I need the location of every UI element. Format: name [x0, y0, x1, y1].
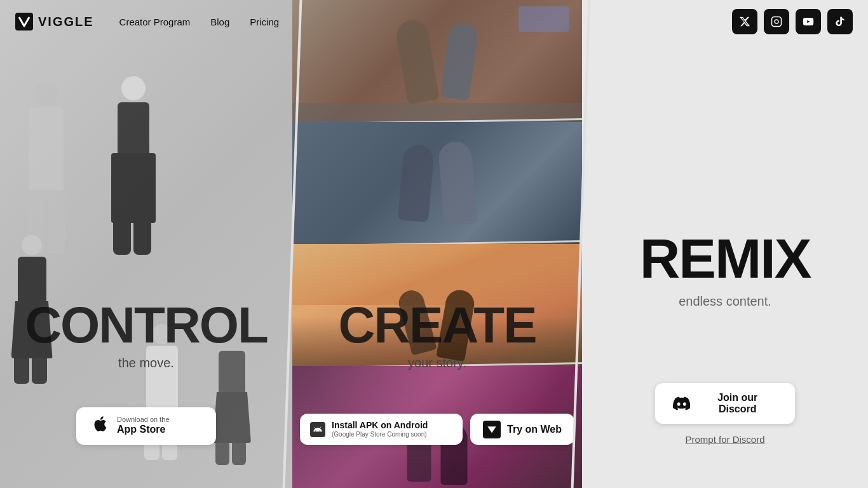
figure-female-1 — [98, 76, 168, 254]
viggle-logo-icon — [15, 13, 33, 30]
nav-creator-program[interactable]: Creator Program — [119, 17, 191, 27]
figure-female-2 — [3, 235, 60, 381]
figure-male-1 — [16, 83, 76, 254]
control-column: CONTROL the move. Download on the App St… — [0, 0, 292, 488]
main-nav: Creator Program Blog Pricing — [119, 17, 732, 27]
left-cta-buttons: Download on the App Store — [0, 407, 292, 445]
logo-text: VIGGLE — [38, 15, 94, 29]
social-icons — [732, 9, 853, 34]
viggle-v-icon — [483, 421, 501, 438]
android-label-main: Install APK on Android — [332, 420, 428, 431]
remix-heading: REMIX — [640, 231, 811, 287]
android-button[interactable]: Install APK on Android (Google Play Stor… — [300, 414, 463, 445]
discord-button[interactable]: Join our Discord — [655, 383, 795, 424]
android-icon — [310, 422, 325, 437]
svg-rect-1 — [772, 17, 782, 27]
logo[interactable]: VIGGLE — [15, 13, 94, 30]
try-on-web-label: Try on Web — [507, 424, 562, 435]
remix-content: REMIX endless content. — [640, 231, 811, 309]
discord-icon — [673, 395, 690, 412]
youtube-icon[interactable] — [796, 9, 821, 34]
app-store-button[interactable]: Download on the App Store — [76, 407, 216, 445]
app-store-text: Download on the App Store — [117, 416, 170, 435]
prompt-for-discord-link[interactable]: Prompt for Discord — [685, 434, 764, 445]
main-columns: CONTROL the move. Download on the App St… — [0, 0, 868, 488]
panel-inner-2 — [292, 122, 582, 244]
mid-cta-buttons: Install APK on Android (Google Play Stor… — [292, 414, 582, 445]
remix-subheading: endless content. — [679, 294, 771, 309]
svg-rect-0 — [15, 13, 33, 30]
panel-inner-3 — [292, 244, 582, 366]
android-text: Install APK on Android (Google Play Stor… — [332, 420, 428, 438]
discord-label: Join our Discord — [698, 392, 777, 415]
create-column: CREATE your story. Install APK on Androi… — [292, 0, 582, 488]
tiktok-icon[interactable] — [827, 9, 853, 34]
nav-pricing[interactable]: Pricing — [250, 17, 279, 27]
instagram-icon[interactable] — [764, 9, 789, 34]
try-on-web-button[interactable]: Try on Web — [470, 414, 574, 445]
twitter-icon[interactable] — [732, 9, 757, 34]
app-store-label-big: App Store — [117, 423, 165, 435]
header: VIGGLE Creator Program Blog Pricing — [0, 0, 868, 43]
video-panel-3 — [292, 244, 582, 366]
android-label-sub: (Google Play Store Coming soon) — [332, 431, 427, 438]
app-store-label-small: Download on the — [117, 416, 170, 423]
apple-icon — [92, 415, 109, 437]
right-cta-buttons: Join our Discord Prompt for Discord — [582, 383, 868, 445]
remix-column: REMIX endless content. Join our Discord … — [582, 0, 868, 488]
nav-blog[interactable]: Blog — [210, 17, 229, 27]
figure-male-2 — [133, 324, 191, 470]
video-panel-2 — [292, 122, 582, 244]
